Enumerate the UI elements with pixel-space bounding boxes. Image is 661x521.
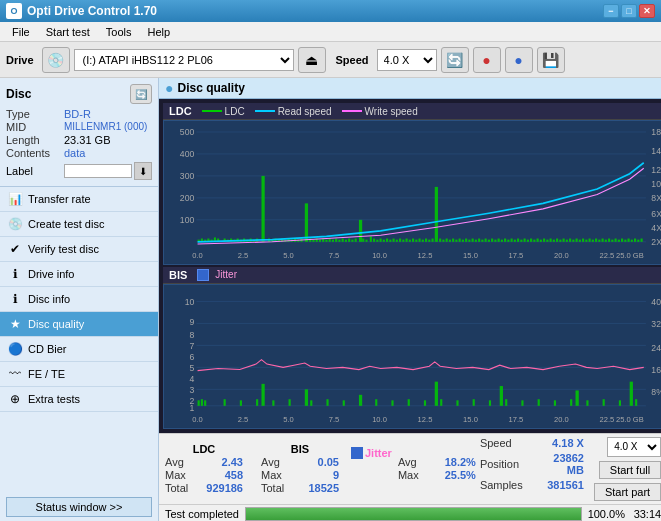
svg-rect-90 <box>439 239 441 242</box>
drive-icon-btn[interactable]: 💿 <box>42 47 70 73</box>
buttons-col: 4.0 X Start full Start part <box>594 437 661 501</box>
disc-type-val: BD-R <box>64 108 91 120</box>
speed-stat-key: Speed <box>480 437 540 449</box>
svg-rect-85 <box>418 239 420 242</box>
save-icon[interactable]: 💾 <box>537 47 565 73</box>
svg-rect-135 <box>585 240 587 242</box>
speed-stat-val: 4.18 X <box>544 437 584 449</box>
svg-text:24%: 24% <box>651 343 661 353</box>
close-button[interactable]: ✕ <box>639 4 655 18</box>
sidebar-item-cd-bier[interactable]: 🔵 CD Bier <box>0 337 158 362</box>
svg-text:400: 400 <box>180 149 195 159</box>
sidebar-item-create-test[interactable]: 💿 Create test disc <box>0 212 158 237</box>
eject-icon[interactable]: ⏏ <box>298 47 326 73</box>
svg-rect-113 <box>514 240 516 242</box>
menu-help[interactable]: Help <box>139 24 178 40</box>
svg-rect-60 <box>329 239 331 242</box>
svg-rect-75 <box>386 239 388 242</box>
svg-rect-210 <box>521 400 523 405</box>
disc-refresh-btn[interactable]: 🔄 <box>130 84 152 104</box>
nav-label-drive-info: Drive info <box>28 268 74 280</box>
sidebar-item-fe-te[interactable]: 〰 FE / TE <box>0 362 158 387</box>
svg-rect-201 <box>375 399 377 406</box>
total-key-bis: Total <box>261 482 295 494</box>
svg-rect-197 <box>289 399 291 406</box>
svg-rect-68 <box>355 239 357 242</box>
svg-rect-124 <box>550 239 552 242</box>
svg-text:14X: 14X <box>651 146 661 156</box>
sidebar-item-disc-info[interactable]: ℹ Disc info <box>0 287 158 312</box>
svg-rect-141 <box>605 240 607 242</box>
disc-length-val: 23.31 GB <box>64 134 110 146</box>
nav-items: 📊 Transfer rate 💿 Create test disc ✔ Ver… <box>0 187 158 412</box>
ldc-legend-color <box>202 110 222 112</box>
chart2-svg: 10 9 8 7 6 5 4 3 2 1 40% 32% 24% <box>164 285 661 428</box>
svg-rect-89 <box>431 239 433 242</box>
svg-text:7.5: 7.5 <box>329 251 340 260</box>
sidebar-item-transfer-rate[interactable]: 📊 Transfer rate <box>0 187 158 212</box>
svg-rect-27 <box>261 176 264 242</box>
disc-label-key: Label <box>6 165 64 177</box>
write-speed-legend-color <box>342 110 362 112</box>
svg-text:6: 6 <box>189 351 194 361</box>
menu-file[interactable]: File <box>4 24 38 40</box>
svg-rect-87 <box>425 239 427 242</box>
status-window-btn[interactable]: Status window >> <box>6 497 152 517</box>
svg-rect-142 <box>608 239 610 242</box>
drive-select[interactable]: (I:) ATAPI iHBS112 2 PL06 <box>74 49 294 71</box>
start-full-btn[interactable]: Start full <box>599 461 661 479</box>
svg-rect-28 <box>305 203 308 241</box>
max-key-bis: Max <box>261 469 295 481</box>
chart2-container: 10 9 8 7 6 5 4 3 2 1 40% 32% 24% <box>163 284 661 429</box>
disc-label-btn[interactable]: ⬇ <box>134 162 152 180</box>
svg-text:10X: 10X <box>651 179 661 189</box>
bis-stat-header: BIS <box>261 443 339 455</box>
svg-rect-63 <box>338 240 340 242</box>
disc-contents-val: data <box>64 147 85 159</box>
svg-rect-189 <box>261 384 264 406</box>
svg-rect-131 <box>572 240 574 242</box>
progress-bar-container <box>245 507 582 521</box>
disc-red-icon[interactable]: ● <box>473 47 501 73</box>
create-test-icon: 💿 <box>8 217 22 231</box>
svg-rect-164 <box>164 285 661 428</box>
svg-text:5.0: 5.0 <box>283 251 294 260</box>
right-stats: Speed 4.18 X Position 23862 MB Samples 3… <box>480 437 661 501</box>
sidebar-item-extra-tests[interactable]: ⊕ Extra tests <box>0 387 158 412</box>
svg-rect-31 <box>435 187 438 242</box>
sidebar-item-verify-test[interactable]: ✔ Verify test disc <box>0 237 158 262</box>
svg-text:8: 8 <box>189 329 194 339</box>
svg-rect-74 <box>383 240 385 242</box>
nav-label-disc-quality: Disc quality <box>28 318 84 330</box>
sidebar: Disc 🔄 Type BD-R MID MILLENMR1 (000) Len… <box>0 78 159 521</box>
menu-tools[interactable]: Tools <box>98 24 140 40</box>
svg-text:18X: 18X <box>651 127 661 137</box>
svg-rect-200 <box>343 400 345 405</box>
sidebar-item-drive-info[interactable]: ℹ Drive info <box>0 262 158 287</box>
svg-rect-144 <box>615 239 617 242</box>
nav-label-cd-bier: CD Bier <box>28 343 67 355</box>
svg-text:8X: 8X <box>651 193 661 203</box>
svg-text:3: 3 <box>189 384 194 394</box>
start-part-btn[interactable]: Start part <box>594 483 661 501</box>
svg-rect-64 <box>342 239 344 242</box>
disc-blue-icon[interactable]: ● <box>505 47 533 73</box>
jitter-checkbox[interactable] <box>351 447 363 459</box>
svg-rect-77 <box>393 239 395 242</box>
svg-rect-69 <box>362 239 364 242</box>
svg-rect-102 <box>478 239 480 242</box>
svg-rect-133 <box>579 240 581 242</box>
minimize-button[interactable]: − <box>603 4 619 18</box>
speed-selector[interactable]: 4.0 X <box>607 437 661 457</box>
svg-text:12.5: 12.5 <box>418 251 433 260</box>
svg-text:10: 10 <box>185 296 195 306</box>
sidebar-item-disc-quality[interactable]: ★ Disc quality <box>0 312 158 337</box>
disc-label-input[interactable] <box>64 164 132 178</box>
svg-rect-151 <box>637 240 639 242</box>
chart1-title: LDC <box>169 105 192 117</box>
speed-select[interactable]: 4.0 X <box>377 49 437 71</box>
maximize-button[interactable]: □ <box>621 4 637 18</box>
refresh-icon[interactable]: 🔄 <box>441 47 469 73</box>
svg-text:7.5: 7.5 <box>329 415 340 424</box>
menu-starttest[interactable]: Start test <box>38 24 98 40</box>
